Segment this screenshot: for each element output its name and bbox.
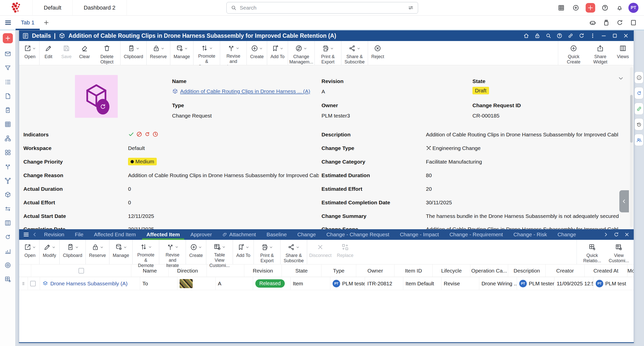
toolbar-button[interactable]: Manage [170,41,193,65]
toolbar-button[interactable]: Open [21,240,39,264]
panel-tab[interactable]: Affected End Item [89,229,141,240]
toolbar-button[interactable]: Save [57,41,75,65]
hub-icon[interactable] [4,177,12,185]
toolbar-button[interactable]: Quick Create [560,41,587,65]
select-all-checkbox[interactable] [78,268,84,274]
column-header[interactable]: Modifier [627,264,634,277]
search-filters-icon[interactable] [408,5,414,11]
column-header[interactable] [19,264,31,277]
target-icon[interactable] [4,261,12,269]
columns-icon[interactable] [4,219,12,227]
toolbar-button[interactable]: Share & Subscribe [341,41,368,65]
panel-tab[interactable]: Change - Requirement [444,229,508,240]
toolbar-button[interactable]: Table View Customi... [206,240,233,264]
toolbar-button[interactable]: Share & Subscribe [280,240,307,264]
maximize-icon[interactable] [610,31,620,40]
toolbar-button[interactable]: Delete Object [94,41,120,65]
row-checkbox[interactable] [30,281,36,286]
lock-icon[interactable] [533,31,542,40]
column-header[interactable]: Type [321,264,356,277]
toolbar-button[interactable]: Reject [368,41,387,65]
toolbar-button[interactable]: Print & Export [314,41,341,65]
app-logo[interactable] [0,0,33,16]
apps-icon[interactable] [4,275,12,283]
column-header[interactable]: Description [508,264,546,277]
panel-tab[interactable]: Change - Risk [508,229,552,240]
nav-menu-item[interactable]: Dashboard 2 [73,0,127,16]
search-icon[interactable] [544,31,553,40]
toolbar-button[interactable]: Quick Relatio... [579,240,606,264]
grid-icon[interactable] [4,148,12,157]
panel-tab[interactable]: Affected Item [141,229,185,240]
panel-tab[interactable]: Baseline [261,229,292,240]
form-vertical-scrollbar[interactable] [630,67,633,227]
toolbar-button[interactable]: Print & Export [254,240,280,264]
toolbar-button[interactable]: Reserve [146,41,170,65]
column-header[interactable]: Item ID [394,264,433,277]
package-icon[interactable] [4,191,12,199]
toolbar-button[interactable]: View Customi... [606,240,632,264]
toolbar-button[interactable]: Share Widget [587,41,614,65]
panel-tab[interactable]: Change - Change Request [321,229,395,240]
quick-add-icon[interactable] [586,3,595,13]
panel-tab[interactable]: Revision [39,229,70,240]
tabs-scroll-left-icon[interactable] [31,230,39,239]
history-icon[interactable] [634,118,643,130]
mail-icon[interactable] [4,50,12,58]
toolbar-button[interactable]: Open [21,41,39,65]
archive-icon[interactable] [602,18,611,27]
tabs-scroll-right-icon[interactable] [601,230,610,239]
toolbar-button[interactable]: Create [186,240,206,264]
branch-icon[interactable] [4,163,12,171]
window-panel-icon[interactable] [629,18,638,27]
column-header[interactable]: Owner [356,264,394,277]
panel-tab[interactable]: Change [552,229,581,240]
column-header[interactable]: Operation Ca... [470,264,508,277]
toolbar-button[interactable]: Change Managem... [288,41,314,65]
search-input[interactable] [240,5,405,11]
collapse-summary-icon[interactable] [617,75,625,82]
panel-tab[interactable]: Attachment [217,229,261,240]
column-header[interactable]: Name [131,264,169,277]
panel-tab[interactable]: Change [292,229,321,240]
table-icon[interactable] [4,120,12,128]
toolbar-button[interactable]: Manage [109,240,132,264]
list-icon[interactable] [4,78,12,86]
toolbar-button[interactable]: Edit [39,41,57,65]
sync-icon[interactable] [634,87,643,99]
drag-handle-icon[interactable] [21,280,25,287]
toolbar-button[interactable]: Create [247,41,267,65]
close-icon[interactable] [623,230,631,239]
help-icon[interactable] [555,31,564,40]
workspace-tab[interactable]: Tab 1 [16,16,40,30]
chart-icon[interactable] [4,247,12,255]
nav-menu-item[interactable]: Default [33,0,73,16]
column-header[interactable]: Creator [546,264,585,277]
recycle-icon[interactable] [4,233,12,241]
toolbar-button[interactable]: Revise and Iterate [220,41,247,65]
panel-tab[interactable]: Approver [185,229,217,240]
tree-icon[interactable] [4,134,12,142]
minimize-icon[interactable] [599,31,609,40]
column-header[interactable]: State [282,264,321,277]
panel-tab[interactable]: Change - Impact [394,229,444,240]
info-icon[interactable] [634,71,643,84]
reload-icon[interactable] [577,31,586,40]
link-icon[interactable] [634,103,643,115]
quick-add-tile[interactable] [3,33,13,43]
export-grid-icon[interactable] [556,3,566,13]
collapse-panel-handle[interactable] [619,190,629,212]
column-header[interactable]: Created At [585,264,627,277]
toolbar-button[interactable]: Clipboard [120,41,146,65]
toolbar-button[interactable]: Clipboard [59,240,86,264]
toolbar-button[interactable]: Disconnect [307,240,334,264]
column-header[interactable]: Direction [169,264,207,277]
filter-icon[interactable] [4,64,12,72]
toolbar-button[interactable]: Promote & Demote [193,41,220,65]
close-icon[interactable] [621,31,631,40]
column-header[interactable]: Revision [244,264,282,277]
refresh-icon[interactable] [612,230,621,239]
add-circle-icon[interactable] [571,3,581,13]
home-icon[interactable] [521,31,531,40]
row-item-link[interactable]: Drone Harness Subassembly (A) [42,281,128,287]
